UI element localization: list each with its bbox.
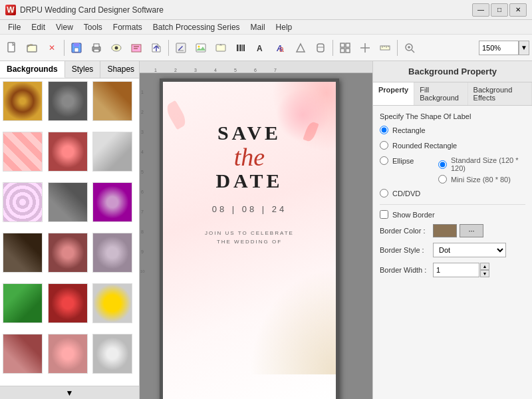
menu-view[interactable]: View [51,21,78,33]
ellipse-option: Ellipse [380,156,433,165]
snap-button[interactable] [356,39,374,57]
background-thumb-10[interactable] [3,233,43,273]
pencil-button[interactable] [172,39,190,57]
border-color-label: Border Color : [380,227,433,235]
grid-button[interactable] [336,39,354,57]
tab-property[interactable]: Property [373,82,414,105]
background-thumb-11[interactable] [48,233,88,273]
close-button[interactable]: ✕ [509,3,527,17]
background-thumb-18[interactable] [92,334,132,374]
text-button[interactable]: A [251,39,270,57]
shape-label-heading: Specify The Shape Of Label [380,112,525,120]
tab-backgrounds[interactable]: Backgrounds [0,61,65,78]
show-border-label[interactable]: Show Border [392,211,435,219]
maximize-button[interactable]: □ [491,3,508,17]
rectangle-label[interactable]: Rectangle [392,126,426,134]
rounded-radio[interactable] [380,141,388,150]
draw-button[interactable] [211,39,230,57]
background-thumb-5[interactable] [48,132,88,172]
zoom-input[interactable]: 150% [479,41,519,55]
svg-rect-33 [340,49,344,53]
cddvd-label[interactable]: CD/DVD [392,190,420,198]
border-style-select[interactable]: Dot Dash Solid DashDot [433,243,506,257]
background-thumb-15[interactable] [92,283,132,323]
ruler-button[interactable] [376,39,394,57]
tab-background-effects[interactable]: Background Effects [468,82,532,105]
wedding-card: SAVE the DATE 08 | 08 | 24 JOIN US TO CE… [163,82,336,399]
menu-help[interactable]: Help [271,21,298,33]
right-panel: Background Property Property Fill Backgr… [372,61,532,399]
rounded-label[interactable]: Rounded Rectangle [392,142,457,150]
menu-mail[interactable]: Mail [245,21,271,33]
standard-radio[interactable] [438,160,447,169]
background-thumb-16[interactable] [3,334,43,374]
svg-rect-32 [346,43,350,47]
background-thumb-4[interactable] [3,132,43,172]
background-thumb-13[interactable] [3,283,43,323]
menu-file[interactable]: File [3,21,26,33]
background-thumb-8[interactable] [48,182,88,222]
save2-button[interactable] [67,39,86,57]
rectangle-radio[interactable] [380,126,388,134]
standard-label[interactable]: Standard Size (120 * 120) [451,156,525,172]
tab-shapes[interactable]: Shapes [100,61,140,78]
menu-edit[interactable]: Edit [26,21,51,33]
tab-fill-background[interactable]: Fill Background [414,82,467,105]
cddvd-radio[interactable] [380,189,388,198]
background-thumb-17[interactable] [48,334,88,374]
new-button[interactable] [3,39,21,57]
menu-formats[interactable]: Formats [108,21,148,33]
svg-text:W: W [7,5,15,15]
svg-rect-31 [340,43,344,47]
print-button[interactable] [87,39,106,57]
background-thumb-2[interactable] [48,81,88,121]
gold-decoration [249,268,336,374]
show-border-checkbox[interactable] [380,210,388,219]
separator-1 [64,40,65,56]
clip-button[interactable] [311,39,330,57]
image-button[interactable] [192,39,210,57]
zoom-icon[interactable] [400,39,419,57]
background-thumb-9[interactable] [92,182,132,222]
export2-button[interactable] [147,39,166,57]
svg-marker-28 [297,44,305,52]
mini-radio[interactable] [438,175,447,184]
save-button[interactable]: ✕ [43,39,61,57]
background-thumb-14[interactable] [48,283,88,323]
menu-tools[interactable]: Tools [78,21,108,33]
left-panel: Backgrounds Styles Shapes ▼ [0,61,140,399]
shape-button[interactable] [291,39,310,57]
background-thumb-1[interactable] [3,81,43,121]
barcode-button[interactable] [231,39,250,57]
ellipse-radio[interactable] [380,156,388,165]
open-button[interactable] [23,39,41,57]
property-tabs: Property Fill Background Background Effe… [373,82,532,106]
border-color-swatch[interactable] [433,224,457,237]
date-text: DATE [163,170,336,192]
mini-label[interactable]: Mini Size (80 * 80) [451,176,511,184]
export1-button[interactable] [127,39,146,57]
separator-3 [332,40,333,56]
ellipse-label[interactable]: Ellipse [392,157,414,165]
date-numbers: 08 | 08 | 24 [163,204,336,214]
minimize-button[interactable]: — [472,3,489,17]
spin-down[interactable]: ▼ [480,270,489,277]
svg-rect-5 [74,43,79,47]
border-width-input[interactable] [433,263,479,277]
canvas-wrapper: 1 2 3 4 5 6 7 8 9 10 [140,73,372,399]
menu-batch[interactable]: Batch Processing Series [148,21,245,33]
preview-button[interactable] [107,39,126,57]
app-icon: W [5,5,16,15]
background-thumb-12[interactable] [92,233,132,273]
cddvd-option: CD/DVD [380,189,525,198]
background-thumb-7[interactable] [3,182,43,222]
border-color-picker-button[interactable]: ··· [460,224,483,237]
scroll-down-button[interactable]: ▼ [0,386,139,399]
wordart-button[interactable]: Aa [271,39,290,57]
border-color-row: Border Color : ··· [380,224,525,237]
zoom-dropdown[interactable]: ▼ [519,41,529,55]
background-thumb-3[interactable] [92,81,132,121]
tab-styles[interactable]: Styles [65,61,101,78]
spin-up[interactable]: ▲ [480,263,489,270]
background-thumb-6[interactable] [92,132,132,172]
